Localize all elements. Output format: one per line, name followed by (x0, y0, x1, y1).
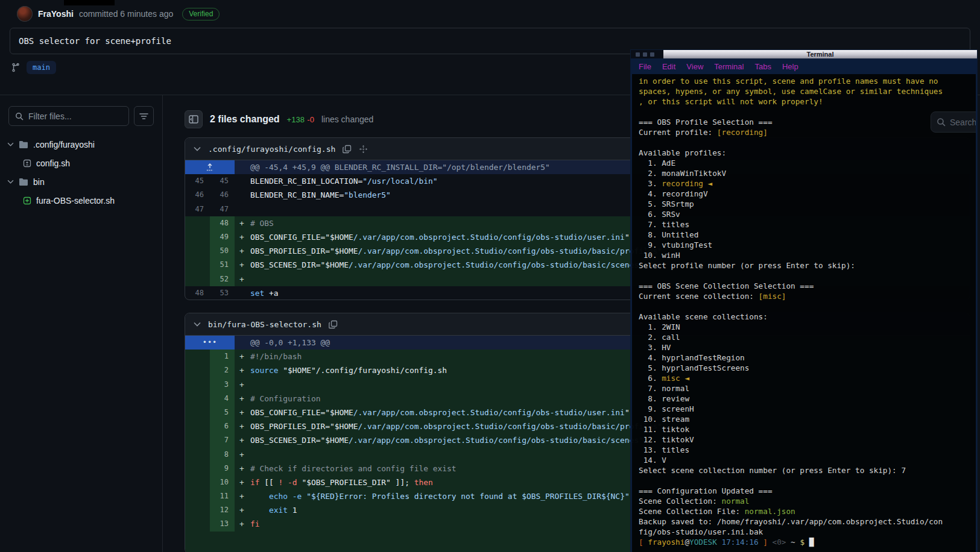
terminal-content: Search in order to use this script, scen… (631, 74, 977, 552)
terminal-line (639, 107, 976, 117)
new-line-number[interactable]: 6 (210, 419, 235, 433)
old-line-number[interactable]: 45 (185, 174, 210, 188)
new-line-number[interactable]: 48 (210, 216, 235, 230)
terminal-line: spaces, hypens, or any symbol, use camel… (639, 86, 976, 96)
old-line-number[interactable]: 47 (185, 202, 210, 216)
filter-options-button[interactable] (134, 106, 154, 126)
chevron-down-icon[interactable] (194, 146, 201, 151)
new-line-number[interactable]: 49 (210, 230, 235, 244)
diff-marker: + (235, 517, 249, 531)
terminal-line: 14. V (639, 455, 976, 465)
branch-row: main (11, 60, 56, 75)
new-line-number[interactable]: 10 (210, 475, 235, 489)
new-line-number[interactable]: 53 (210, 286, 235, 300)
file-name[interactable]: .config/furayoshi/config.sh (208, 145, 335, 154)
window-controls[interactable] (631, 50, 663, 58)
terminal-titlebar[interactable]: Terminal (631, 50, 977, 58)
commit-author[interactable]: FraYoshi (38, 9, 74, 19)
terminal-line: 5. SRSrtmp (639, 199, 976, 209)
new-line-number[interactable]: 3 (210, 378, 235, 392)
new-line-number[interactable]: 45 (210, 174, 235, 188)
old-line-number[interactable]: 48 (185, 286, 210, 300)
new-line-number[interactable]: 9 (210, 462, 235, 475)
diff-marker: + (235, 475, 249, 489)
window-button[interactable] (636, 52, 640, 57)
new-line-number[interactable]: 11 (210, 489, 235, 503)
diff-toolbar: 2 files changed +138 -0 lines changed (185, 110, 373, 128)
tree-item-config-sh[interactable]: config.sh (4, 154, 159, 172)
menu-item-view[interactable]: View (681, 62, 709, 71)
filter-files-input[interactable]: Filter files... (8, 106, 129, 126)
diff-marker: + (235, 503, 249, 517)
new-line-number[interactable]: 46 (210, 188, 235, 202)
new-line-number[interactable]: 52 (210, 272, 235, 286)
copy-icon[interactable] (343, 145, 352, 154)
tree-item-bin[interactable]: bin (4, 172, 159, 191)
diff-marker: + (235, 419, 249, 433)
terminal-line: Current scene collection: [misc] (639, 291, 976, 301)
terminal-line: Current profile: [recording] (639, 127, 976, 137)
branch-chip[interactable]: main (27, 61, 56, 74)
terminal-line: 10. stream (639, 414, 976, 424)
commit-message: OBS selector for scene+profile (19, 36, 171, 46)
expand-up-icon[interactable] (185, 160, 235, 174)
new-line-number[interactable]: 4 (210, 392, 235, 406)
expand-all-icon[interactable]: ••• (185, 336, 235, 350)
menu-item-file[interactable]: File (633, 62, 657, 71)
collapse-sidebar-icon (189, 115, 198, 124)
new-line-number[interactable]: 50 (210, 244, 235, 258)
terminal-line: === OBS Profile Selection === (639, 117, 976, 127)
menu-item-edit[interactable]: Edit (657, 62, 681, 71)
terminal-line (639, 271, 976, 281)
terminal-line: 12. tiktokV (639, 434, 976, 445)
window-button[interactable] (643, 52, 647, 57)
files-changed-label: 2 files changed (210, 114, 280, 125)
old-line-number[interactable]: 46 (185, 188, 210, 202)
terminal-line (639, 301, 976, 312)
new-line-number[interactable]: 5 (210, 406, 235, 419)
verified-badge[interactable]: Verified (182, 8, 220, 20)
new-line-number[interactable]: 51 (210, 258, 235, 272)
lines-changed-label: lines changed (321, 114, 373, 124)
copy-icon[interactable] (329, 320, 338, 329)
chevron-down-icon[interactable] (194, 322, 201, 327)
terminal-line: 8. review (639, 394, 976, 404)
new-line-number[interactable]: 47 (210, 202, 235, 216)
menu-item-tabs[interactable]: Tabs (749, 62, 776, 71)
terminal-line: === OBS Scene Collection Selection === (639, 281, 976, 291)
commit-header: FraYoshi committed 6 minutes ago Verifie… (17, 5, 220, 23)
new-line-number[interactable]: 12 (210, 503, 235, 517)
terminal-line (639, 475, 976, 486)
diff-marker: + (235, 462, 249, 475)
terminal-line: 13. titles (639, 445, 976, 455)
menu-item-terminal[interactable]: Terminal (709, 62, 749, 71)
new-line-number[interactable]: 2 (210, 363, 235, 377)
collapse-sidebar-button[interactable] (185, 110, 203, 128)
diff-marker: + (235, 244, 249, 258)
terminal-line: === Configuration Updated === (639, 486, 976, 496)
diff-marker: + (235, 489, 249, 503)
terminal-line (639, 137, 976, 148)
new-line-number[interactable]: 1 (210, 350, 235, 363)
new-line-number[interactable]: 8 (210, 448, 235, 462)
tree-item--config-furayoshi[interactable]: .config/furayoshi (4, 135, 159, 154)
tree-item-fura-obs-selector-sh[interactable]: fura-OBS-selector.sh (4, 191, 159, 210)
search-icon (15, 112, 24, 121)
terminal-line: , or this script will not work properly! (639, 96, 976, 107)
terminal-line: 4. hyprlandTestRegion (639, 353, 976, 363)
new-line-number[interactable]: 13 (210, 517, 235, 531)
commit-meta: committed 6 minutes ago (79, 9, 173, 19)
new-line-number[interactable]: 7 (210, 433, 235, 447)
terminal-line: 10. winH (639, 250, 976, 260)
avatar[interactable] (17, 6, 33, 22)
diff-marker: + (235, 230, 249, 244)
menu-item-help[interactable]: Help (777, 62, 804, 71)
terminal-line: 2. monaWinTiktokV (639, 168, 976, 178)
terminal-line: 4. recordingV (639, 189, 976, 199)
file-name[interactable]: bin/fura-OBS-selector.sh (208, 320, 321, 329)
chevron-down-icon (7, 142, 14, 146)
tree-item-label: .config/furayoshi (33, 140, 95, 149)
diff-search-box[interactable]: Search (931, 111, 977, 133)
move-handle-icon[interactable] (359, 145, 368, 154)
window-button[interactable] (650, 52, 654, 57)
